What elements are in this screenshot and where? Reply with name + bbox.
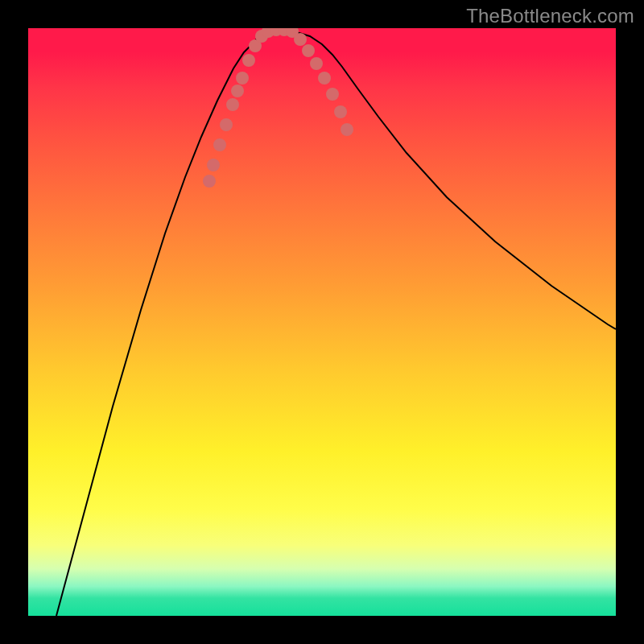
data-dot — [220, 118, 233, 131]
watermark-text: TheBottleneck.com — [466, 5, 634, 27]
data-dot — [236, 72, 249, 85]
data-dot — [334, 105, 347, 118]
data-dot — [341, 123, 353, 136]
plot-area — [28, 28, 616, 616]
data-dot — [294, 33, 307, 46]
data-dot — [203, 175, 216, 188]
chart-stage: TheBottleneck.com — [0, 0, 644, 644]
data-dot — [213, 138, 226, 151]
curve-layer — [28, 28, 616, 616]
data-dot — [242, 54, 255, 67]
data-dot — [231, 85, 244, 97]
data-dot — [326, 88, 339, 101]
data-dot — [207, 159, 220, 171]
data-dot — [302, 44, 315, 57]
curve-left — [56, 30, 270, 616]
data-dot — [318, 72, 331, 85]
data-dot — [226, 98, 239, 111]
data-dot — [310, 57, 323, 70]
